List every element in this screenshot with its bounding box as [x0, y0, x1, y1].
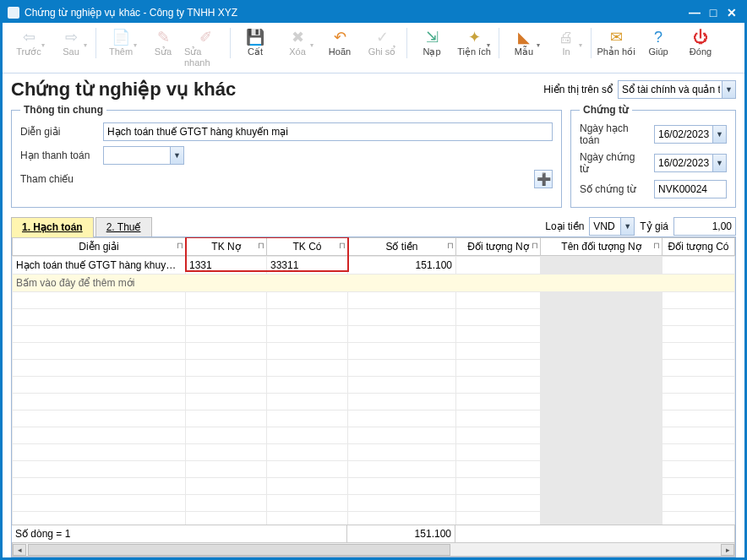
- display-book-input[interactable]: [618, 80, 736, 99]
- delete-icon: ✖: [288, 28, 307, 46]
- load-label: Nạp: [423, 46, 440, 57]
- blank-row: [13, 512, 735, 525]
- term-combo[interactable]: ▼: [103, 146, 184, 165]
- chevron-down-icon[interactable]: ▼: [170, 147, 183, 164]
- template-button[interactable]: ◣Mẫu▾: [503, 26, 545, 63]
- scroll-right-button[interactable]: ▸: [721, 544, 734, 556]
- maximize-button[interactable]: □: [706, 6, 721, 19]
- scroll-thumb[interactable]: [28, 544, 450, 556]
- tab-tax[interactable]: 2. Thuế: [95, 217, 152, 237]
- display-book-combo[interactable]: ▼: [618, 80, 736, 99]
- delete-label: Xóa: [289, 46, 306, 57]
- prev-button[interactable]: ⇦Trước▾: [8, 26, 50, 63]
- voucher-legend: Chứng từ: [580, 104, 632, 116]
- print-button[interactable]: 🖨In▾: [545, 26, 587, 62]
- undo-button[interactable]: ↶Hoãn: [319, 26, 361, 62]
- save-icon: 💾: [246, 28, 264, 46]
- chevron-down-icon[interactable]: ▼: [620, 218, 634, 235]
- save-label: Cất: [248, 46, 263, 57]
- pin-icon[interactable]: ⊓: [258, 241, 264, 250]
- blank-row: [13, 427, 735, 444]
- rate-input[interactable]: [673, 217, 736, 236]
- cell-objcredit[interactable]: [662, 257, 735, 275]
- next-button[interactable]: ⇨Sau▾: [50, 26, 92, 62]
- add-row[interactable]: Bấm vào đây để thêm mới: [13, 275, 735, 292]
- col-amount[interactable]: Số tiền⊓: [348, 238, 456, 256]
- display-book-label: Hiển thị trên sổ: [543, 84, 613, 95]
- cell-desc[interactable]: Hạch toán thuế GTGT hàng khuyến mại: [13, 257, 186, 275]
- utils-button[interactable]: ✦Tiện ích▾: [453, 26, 495, 63]
- col-objdebit[interactable]: Đối tượng Nợ⊓: [456, 238, 541, 256]
- voucher-fieldset: Chứng từ Ngày hạch toán ▼ Ngày chứng từ …: [570, 104, 736, 208]
- minimize-button[interactable]: —: [687, 6, 702, 19]
- blank-row: [13, 326, 735, 343]
- cell-objdebit[interactable]: [456, 257, 541, 275]
- edit-button[interactable]: ✎Sửa: [142, 26, 184, 63]
- ref-label: Tham chiếu: [20, 173, 96, 185]
- save-button[interactable]: 💾Cất: [234, 26, 276, 63]
- tab-tax-label: 2. Thuế: [106, 221, 141, 233]
- col-desc[interactable]: Diễn giải⊓: [13, 238, 186, 256]
- tab-accounting[interactable]: 1. Hạch toán: [11, 217, 94, 237]
- delete-button[interactable]: ✖Xóa▾: [276, 26, 319, 62]
- cell-credit[interactable]: 33311: [267, 257, 348, 275]
- pin-icon[interactable]: ⊓: [532, 241, 538, 250]
- table-row[interactable]: Hạch toán thuế GTGT hàng khuyến mại13313…: [13, 257, 735, 275]
- pin-icon[interactable]: ⊓: [177, 241, 183, 250]
- undo-label: Hoãn: [329, 46, 351, 57]
- tab-accounting-label: 1. Hạch toán: [22, 221, 83, 233]
- print-label: In: [562, 46, 570, 57]
- close-form-label: Đóng: [690, 46, 712, 57]
- help-button[interactable]: ?Giúp: [637, 26, 679, 62]
- col-objcredit[interactable]: Đối tượng Có: [662, 238, 735, 256]
- pin-icon[interactable]: ⊓: [653, 241, 660, 250]
- blank-row: [13, 444, 735, 461]
- chevron-down-icon[interactable]: ▼: [712, 126, 726, 143]
- col-credit[interactable]: TK Có⊓: [267, 238, 348, 256]
- quickedit-button[interactable]: ✐Sửa nhanh: [184, 26, 226, 73]
- feedback-label: Phản hồi: [597, 46, 635, 57]
- prev-label: Trước: [16, 46, 41, 57]
- scroll-left-button[interactable]: ◂: [13, 544, 26, 556]
- pin-icon[interactable]: ⊓: [339, 241, 346, 250]
- horizontal-scrollbar[interactable]: ◂ ▸: [12, 543, 735, 557]
- load-button[interactable]: ⇲Nạp: [411, 26, 453, 63]
- grid-footer: Số dòng = 1 151.100: [12, 525, 735, 543]
- desc-label: Diễn giải: [20, 126, 96, 138]
- load-icon: ⇲: [423, 28, 441, 46]
- post-button[interactable]: ✓Ghi sổ: [361, 26, 403, 63]
- desc-input[interactable]: [103, 122, 553, 141]
- chevron-down-icon[interactable]: ▼: [712, 155, 726, 171]
- tabs: 1. Hạch toán 2. Thuế: [11, 216, 154, 237]
- col-objdebitname[interactable]: Tên đối tượng Nợ⊓: [541, 238, 662, 256]
- currency-combo[interactable]: ▼: [589, 217, 635, 236]
- utils-label: Tiện ích: [457, 46, 491, 57]
- close-button[interactable]: ✕: [724, 6, 739, 19]
- currency-label: Loại tiền: [545, 220, 584, 232]
- term-label: Hạn thanh toán: [20, 150, 96, 161]
- pin-icon[interactable]: ⊓: [447, 241, 454, 250]
- general-legend: Thông tin chung: [20, 104, 106, 116]
- quickedit-label: Sửa nhanh: [184, 46, 226, 68]
- blank-row: [13, 410, 735, 427]
- voucherdate-combo[interactable]: ▼: [654, 154, 727, 172]
- cell-amount[interactable]: 151.100: [348, 257, 456, 275]
- cell-debit[interactable]: 1331: [186, 257, 267, 275]
- add-button[interactable]: 📄Thêm▾: [100, 26, 142, 62]
- grid-body[interactable]: Hạch toán thuế GTGT hàng khuyến mại13313…: [12, 256, 735, 525]
- rowcount-label: Số dòng = 1: [12, 525, 347, 542]
- blank-row: [13, 495, 735, 512]
- cell-objdebitname[interactable]: [541, 257, 662, 275]
- voucherno-input[interactable]: [654, 180, 727, 198]
- chevron-down-icon[interactable]: ▼: [722, 81, 735, 98]
- next-label: Sau: [63, 46, 79, 57]
- add-row-text[interactable]: Bấm vào đây để thêm mới: [13, 275, 735, 292]
- postdate-combo[interactable]: ▼: [654, 125, 727, 144]
- page-title: Chứng từ nghiệp vụ khác: [11, 79, 236, 101]
- ref-add-button[interactable]: ➕: [534, 170, 553, 188]
- col-debit[interactable]: TK Nợ⊓: [186, 238, 267, 256]
- close-form-button[interactable]: ⏻Đóng: [679, 26, 722, 62]
- post-icon: ✓: [373, 28, 391, 46]
- grid[interactable]: Diễn giải⊓ TK Nợ⊓ TK Có⊓ Số tiền⊓ Đối tư…: [11, 237, 736, 557]
- feedback-button[interactable]: ✉Phản hồi: [595, 26, 637, 63]
